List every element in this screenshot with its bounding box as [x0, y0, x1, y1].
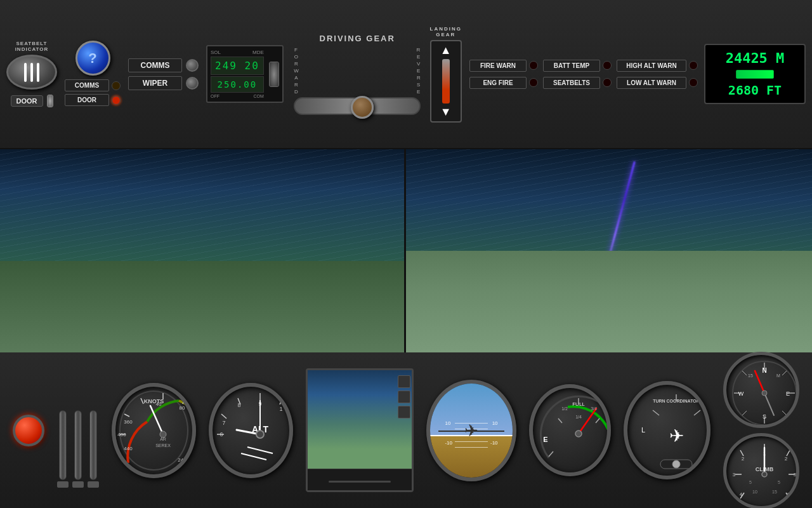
nav-btn-3[interactable] [398, 406, 410, 418]
gear-labels-row: F O R W A R D R E V E R S E [294, 47, 421, 95]
svg-text:2: 2 [785, 456, 788, 462]
vsi-svg: 1 2 3 4 4 3 2 CLIMB 5 5 10 15 [726, 436, 796, 506]
turn-coordinator-gauge: L R TURN COORDINATOR ✈ [624, 381, 710, 479]
comms-circle[interactable]: ? [75, 41, 110, 76]
seatbelts-button[interactable]: SEATBELTS [543, 77, 600, 89]
comms-warn-row: COMMS [65, 79, 121, 91]
small-gauge-section: N E S W 15 M [723, 352, 799, 509]
svg-line-76 [742, 411, 747, 415]
gear-slider[interactable] [294, 97, 421, 115]
svg-text:W: W [738, 391, 744, 397]
speed-gauge-svg: 40 80 120 160 200 240 360 400 440 AR SER… [115, 387, 192, 474]
seatbelt-label: SEATBELTINDICATOR [15, 41, 49, 52]
landing-gear-label: LANDINGGEAR [430, 26, 462, 37]
svg-text:5: 5 [778, 480, 780, 485]
svg-text:1/4: 1/4 [575, 415, 582, 419]
svg-line-7 [124, 414, 129, 417]
alt-warn-section: HIGH ALT WARN LOW ALT WARN [617, 58, 698, 90]
high-alt-warn-button[interactable]: HIGH ALT WARN [617, 60, 686, 72]
svg-line-73 [782, 371, 787, 375]
svg-text:1/2: 1/2 [561, 406, 568, 411]
svg-text:5: 5 [281, 459, 284, 465]
turn-coord-svg: L R TURN COORDINATOR ✈ [627, 385, 707, 476]
sol-label: SOL [211, 50, 221, 55]
radio-scroll[interactable] [269, 62, 279, 87]
batt-temp-button[interactable]: BATT TEMP [543, 60, 600, 72]
svg-text:80: 80 [180, 405, 185, 411]
svg-text:5: 5 [749, 480, 752, 485]
svg-text:L: L [641, 426, 645, 434]
fuel-gauge: E F FULL 1/4 3/4 1/2 [529, 384, 611, 476]
svg-text:TURN COORDINATOR: TURN COORDINATOR [653, 399, 700, 403]
radio-freq-1: 249 20 [215, 60, 259, 72]
svg-line-82 [764, 393, 774, 415]
altitude-display: 24425 M 2680 FT [704, 44, 806, 104]
svg-text:3: 3 [794, 472, 796, 478]
nav-btn-2[interactable] [398, 391, 410, 403]
forward-label-2: O [294, 54, 298, 60]
svg-text:S: S [763, 413, 766, 420]
nav-display [306, 368, 414, 492]
svg-line-92 [740, 450, 743, 456]
pitch-num-10r: 10 [492, 420, 498, 425]
top-panel: SEATBELTINDICATOR DOOR ? COMMS DOOR [0, 0, 812, 149]
forward-label: F [294, 47, 298, 53]
oval-line-1 [24, 63, 27, 82]
nav-btn-1[interactable] [398, 375, 410, 388]
door-switch-1[interactable] [47, 95, 53, 107]
plane-symbol: ✈ [464, 420, 478, 440]
throttle-lever-1[interactable] [57, 410, 69, 488]
svg-line-74 [782, 411, 787, 415]
seatbelt-section: SEATBELTINDICATOR DOOR [6, 41, 57, 107]
batt-temp-row: BATT TEMP [543, 60, 612, 72]
svg-line-50 [558, 418, 562, 423]
door-label-1[interactable]: DOOR [11, 95, 43, 107]
svg-text:SEREX: SEREX [155, 443, 171, 448]
comms-knob[interactable] [186, 59, 199, 72]
svg-line-87 [787, 450, 790, 456]
alt-gauge: 9 1 2 3 4 5 8 7 6 ALT [209, 383, 293, 478]
wiper-button[interactable]: WIPER [128, 76, 182, 90]
nav-buttons [396, 370, 412, 469]
nav-bar [329, 481, 391, 483]
svg-text:240: 240 [178, 457, 187, 463]
comms-question-mark: ? [88, 50, 96, 67]
comms-wiper-section: COMMS WIPER [128, 57, 199, 92]
eng-fire-button[interactable]: ENG FIRE [469, 77, 527, 89]
landing-gear-section: LANDINGGEAR ▲ ▼ [430, 26, 462, 123]
driving-gear-section: DRIVING GEAR F O R W A R D R E V E R S E [291, 34, 424, 115]
throttle-lever-2[interactable] [72, 410, 84, 488]
fire-warn-button[interactable]: FIRE WARN [469, 60, 527, 72]
svg-point-67 [672, 460, 680, 468]
compass-gauge: N E S W 15 M [723, 352, 799, 428]
svg-text:360: 360 [124, 419, 133, 425]
svg-text:15: 15 [748, 373, 753, 378]
driving-gear-title: DRIVING GEAR [320, 34, 395, 43]
gear-knob[interactable] [351, 96, 374, 119]
comms-row: COMMS [128, 58, 199, 72]
emergency-button[interactable] [13, 415, 44, 446]
throttle-lever-3[interactable] [88, 410, 99, 488]
oval-line-2 [30, 63, 33, 82]
svg-point-102 [762, 472, 767, 477]
batt-section: BATT TEMP SEATBELTS [543, 58, 612, 90]
alt-gauge-svg: 9 1 2 3 4 5 8 7 6 ALT [213, 387, 289, 474]
svg-text:440: 440 [124, 446, 133, 451]
door-warn-box[interactable]: DOOR [65, 94, 109, 106]
wiper-row: WIPER [128, 76, 199, 90]
svg-line-29 [221, 414, 226, 418]
svg-line-6 [141, 398, 143, 404]
wiper-knob[interactable] [186, 77, 199, 90]
svg-text:40: 40 [156, 401, 162, 407]
landing-gear-display: ▲ ▼ [430, 40, 462, 123]
svg-line-49 [549, 451, 553, 457]
nav-screen [308, 370, 412, 469]
comms-button[interactable]: COMMS [128, 58, 182, 72]
low-alt-warn-button[interactable]: LOW ALT WARN [617, 77, 686, 89]
low-alt-dot [689, 78, 698, 87]
comms-warn-box[interactable]: COMMS [65, 79, 109, 91]
svg-line-75 [742, 371, 747, 375]
terrain-right [406, 251, 812, 352]
lever-base-3 [88, 481, 99, 488]
seatbelt-indicator[interactable] [6, 55, 57, 90]
